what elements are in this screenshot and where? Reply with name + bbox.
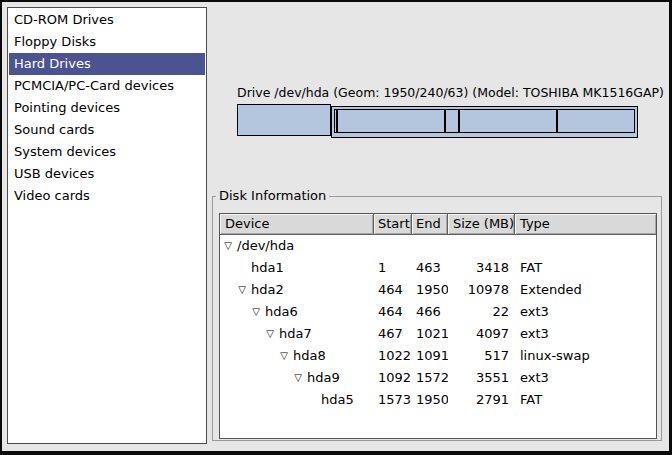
end-value: 1091: [412, 345, 448, 367]
sidebar-item-pcmcia-devices[interactable]: PCMCIA/PC-Card devices: [9, 75, 205, 97]
partition-segment-hda2-extended: [331, 106, 638, 138]
device-label: hda7: [279, 323, 312, 345]
expander-icon[interactable]: ▽: [264, 323, 276, 345]
size-value: 22: [448, 301, 515, 323]
tree-row-dev-hda[interactable]: ▽ /dev/hda: [220, 235, 656, 257]
column-header-device[interactable]: Device: [220, 214, 374, 235]
expander-icon[interactable]: ▽: [236, 279, 248, 301]
start-value: [374, 235, 412, 257]
end-value: 1021: [412, 323, 448, 345]
type-value: [515, 235, 656, 257]
end-value: 466: [412, 301, 448, 323]
disk-table: Device Start End Size (MB) Type ▽ /dev/h…: [219, 213, 657, 439]
expander-icon[interactable]: ▽: [250, 301, 262, 323]
device-label: hda2: [251, 279, 284, 301]
device-label: hda1: [251, 257, 284, 279]
disk-information-label: Disk Information: [216, 188, 329, 203]
size-value: 2791: [448, 389, 515, 411]
device-label: hda5: [321, 389, 354, 411]
expander-icon[interactable]: ▽: [278, 345, 290, 367]
start-value: 1092: [374, 367, 412, 389]
end-value: 1950: [412, 279, 448, 301]
sidebar-item-cdrom-drives[interactable]: CD-ROM Drives: [9, 9, 205, 31]
column-header-size[interactable]: Size (MB): [448, 214, 515, 235]
partition-segment-hda8: [445, 109, 459, 133]
sidebar-item-system-devices[interactable]: System devices: [9, 141, 205, 163]
size-value: 10978: [448, 279, 515, 301]
partition-segment-hda5: [557, 109, 635, 133]
sidebar-item-hard-drives[interactable]: Hard Drives: [9, 53, 205, 75]
device-label: hda6: [265, 301, 298, 323]
device-label: hda8: [293, 345, 326, 367]
column-header-start[interactable]: Start: [374, 214, 412, 235]
device-label: hda9: [307, 367, 340, 389]
partition-segment-hda9: [459, 109, 557, 133]
sidebar-item-sound-cards[interactable]: Sound cards: [9, 119, 205, 141]
type-value: FAT: [515, 257, 656, 279]
size-value: 4097: [448, 323, 515, 345]
sidebar-item-video-cards[interactable]: Video cards: [9, 185, 205, 207]
tree-row-hda2[interactable]: ▽ hda2 464 1950 10978 Extended: [220, 279, 656, 301]
tree-row-hda5[interactable]: ▽ hda5 1573 1950 2791 FAT: [220, 389, 656, 411]
start-value: 464: [374, 279, 412, 301]
tree-row-hda1[interactable]: ▽ hda1 1 463 3418 FAT: [220, 257, 656, 279]
end-value: [412, 235, 448, 257]
end-value: 463: [412, 257, 448, 279]
device-category-list: CD-ROM Drives Floppy Disks Hard Drives P…: [7, 7, 207, 444]
device-label: /dev/hda: [237, 235, 294, 257]
end-value: 1950: [412, 389, 448, 411]
start-value: 1: [374, 257, 412, 279]
type-value: ext3: [515, 323, 656, 345]
type-value: ext3: [515, 367, 656, 389]
type-value: FAT: [515, 389, 656, 411]
sidebar-item-usb-devices[interactable]: USB devices: [9, 163, 205, 185]
start-value: 1573: [374, 389, 412, 411]
tree-row-hda7[interactable]: ▽ hda7 467 1021 4097 ext3: [220, 323, 656, 345]
expander-icon[interactable]: ▽: [222, 235, 234, 257]
sidebar-item-pointing-devices[interactable]: Pointing devices: [9, 97, 205, 119]
partition-segment-hda1: [237, 104, 331, 136]
size-value: 3551: [448, 367, 515, 389]
sidebar-item-floppy-disks[interactable]: Floppy Disks: [9, 31, 205, 53]
column-header-type[interactable]: Type: [515, 214, 656, 235]
start-value: 467: [374, 323, 412, 345]
tree-row-hda9[interactable]: ▽ hda9 1092 1572 3551 ext3: [220, 367, 656, 389]
size-value: [448, 235, 515, 257]
column-header-end[interactable]: End: [412, 214, 448, 235]
size-value: 3418: [448, 257, 515, 279]
tree-row-hda6[interactable]: ▽ hda6 464 466 22 ext3: [220, 301, 656, 323]
tree-row-hda8[interactable]: ▽ hda8 1022 1091 517 linux-swap: [220, 345, 656, 367]
partition-segment-hda7: [337, 109, 445, 133]
start-value: 1022: [374, 345, 412, 367]
type-value: ext3: [515, 301, 656, 323]
type-value: Extended: [515, 279, 656, 301]
size-value: 517: [448, 345, 515, 367]
disk-table-header: Device Start End Size (MB) Type: [220, 214, 656, 235]
expander-icon[interactable]: ▽: [292, 367, 304, 389]
type-value: linux-swap: [515, 345, 656, 367]
end-value: 1572: [412, 367, 448, 389]
drive-title: Drive /dev/hda (Geom: 1950/240/63) (Mode…: [237, 85, 664, 100]
start-value: 464: [374, 301, 412, 323]
